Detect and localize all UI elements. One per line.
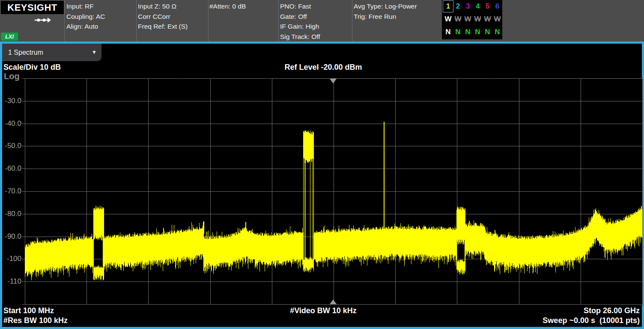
y-tick-label: -100 xyxy=(2,254,21,264)
trace-detector-2[interactable]: N xyxy=(453,27,463,38)
trace-type-2[interactable]: W xyxy=(453,14,463,25)
sweep-time-annotation[interactable]: Sweep ~0.00 s (10001 pts) xyxy=(543,316,640,325)
header-separator xyxy=(136,0,137,41)
trace-detector-5[interactable]: N xyxy=(483,27,492,38)
trace-detector-1[interactable]: N xyxy=(443,27,453,38)
center-freq-marker-bottom-icon xyxy=(330,299,337,304)
y-tick-label: -80.0 xyxy=(2,209,21,219)
header-setting-line: Trig: Free Run xyxy=(354,12,417,22)
rf-connector-icon xyxy=(34,15,51,25)
header-settings-panel-2[interactable]: Input Z: 50 ΩCorr CCorrFreq Ref: Ext (S) xyxy=(138,1,188,32)
trace-window-selector[interactable]: 1 Spectrum ▼ xyxy=(2,44,101,61)
chevron-down-icon: ▼ xyxy=(92,44,97,61)
header-settings-panel-5[interactable]: Avg Type: Log-PowerTrig: Free Run xyxy=(354,1,417,21)
trace-window-selector-label: 1 Spectrum xyxy=(2,49,43,56)
trace-detector-3[interactable]: N xyxy=(463,27,473,38)
y-tick-label: -90.0 xyxy=(2,232,21,241)
start-frequency-annotation[interactable]: Start 100 MHz xyxy=(3,306,54,315)
y-tick-label: -110 xyxy=(2,277,21,286)
trace-number-6[interactable]: 6 xyxy=(492,1,502,12)
trace-type-1[interactable]: W xyxy=(443,14,453,25)
trace-detector-row: NNNNNN xyxy=(443,27,502,38)
header-settings-panel-3[interactable]: #Atten: 0 dB xyxy=(209,1,246,12)
trace-number-row: 123456 xyxy=(443,1,502,12)
lxi-badge: LXI xyxy=(1,33,18,41)
header-setting-line: Input: RF xyxy=(66,1,105,12)
trace-detector-6[interactable]: N xyxy=(492,27,502,38)
trace-number-1[interactable]: 1 xyxy=(443,1,453,12)
trace-number-4[interactable]: 4 xyxy=(473,1,483,12)
center-freq-marker-top-icon xyxy=(330,79,337,83)
spectrum-analyzer-screen: KEYSIGHT LXI Input: RFCoupling: ACAlign:… xyxy=(0,0,644,329)
trace-type-4[interactable]: W xyxy=(473,14,483,25)
y-tick-label: -70.0 xyxy=(2,187,21,196)
header-setting-line: Align: Auto xyxy=(66,21,105,32)
stop-frequency-annotation[interactable]: Stop 26.00 GHz xyxy=(584,306,640,315)
trace-type-3[interactable]: W xyxy=(463,14,473,25)
window-frame-bottom xyxy=(0,327,644,329)
header-setting-line: Input Z: 50 Ω xyxy=(138,1,188,12)
trace-number-2[interactable]: 2 xyxy=(453,1,463,12)
y-tick-label: -30.0 xyxy=(2,96,21,106)
status-header: KEYSIGHT LXI Input: RFCoupling: ACAlign:… xyxy=(0,0,644,41)
header-settings-panel-4[interactable]: PNO: FastGate: OffIF Gain: HighSig Track… xyxy=(280,1,320,41)
scale-per-div-label[interactable]: Scale/Div 10 dB xyxy=(3,63,61,72)
header-setting-line: #Atten: 0 dB xyxy=(209,1,246,12)
y-tick-label: -40.0 xyxy=(2,119,21,128)
trace-status-table: 123456WWWWWWNNNNNN xyxy=(442,0,502,39)
header-separator xyxy=(208,0,209,41)
header-settings-panel-1[interactable]: Input: RFCoupling: ACAlign: Auto xyxy=(66,1,105,32)
header-setting-line: PNO: Fast xyxy=(280,1,320,12)
header-setting-line: Corr CCorr xyxy=(138,12,188,22)
res-bw-annotation[interactable]: #Res BW 100 kHz xyxy=(3,316,68,325)
keysight-logo: KEYSIGHT xyxy=(1,1,64,14)
trace-number-3[interactable]: 3 xyxy=(463,1,473,12)
trace-type-6[interactable]: W xyxy=(492,14,502,25)
trace-detector-4[interactable]: N xyxy=(473,27,483,38)
header-setting-line: Coupling: AC xyxy=(66,12,105,22)
header-setting-line: IF Gain: High xyxy=(280,21,320,32)
trace-number-5[interactable]: 5 xyxy=(483,1,492,12)
header-setting-line: Sig Track: Off xyxy=(280,32,320,42)
header-setting-line: Gate: Off xyxy=(280,12,320,22)
spectrum-plot-area[interactable] xyxy=(21,78,643,305)
video-bw-annotation[interactable]: #Video BW 10 kHz xyxy=(290,306,357,315)
header-separator xyxy=(278,0,279,41)
trace-type-5[interactable]: W xyxy=(483,14,492,25)
header-separator xyxy=(352,0,352,41)
trace-type-row: WWWWWW xyxy=(443,14,502,25)
log-scale-label: Log xyxy=(4,71,20,81)
y-tick-label: -60.0 xyxy=(2,164,21,173)
header-setting-line: Avg Type: Log-Power xyxy=(354,1,417,12)
ref-level-label[interactable]: Ref Level -20.00 dBm xyxy=(284,63,362,72)
header-setting-line: Freq Ref: Ext (S) xyxy=(138,21,188,32)
header-separator xyxy=(64,0,65,41)
y-tick-label: -50.0 xyxy=(2,141,21,151)
